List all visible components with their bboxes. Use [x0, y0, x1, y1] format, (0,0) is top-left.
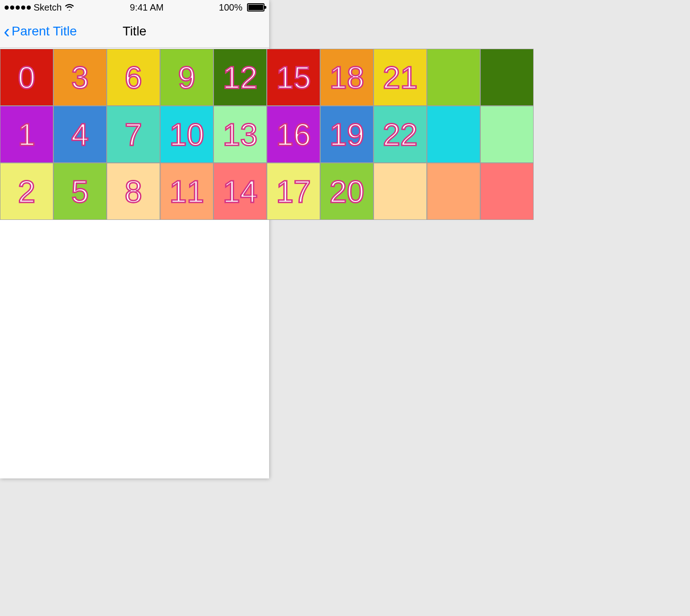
- grid-cell-label: 19: [329, 119, 364, 150]
- grid-cell[interactable]: 14: [213, 163, 267, 220]
- grid-cell-label: 6: [125, 62, 142, 93]
- grid-cell[interactable]: 1: [0, 106, 53, 163]
- grid-cell[interactable]: 7: [107, 106, 160, 163]
- grid-cell[interactable]: 2: [0, 163, 53, 220]
- battery-icon: [247, 3, 264, 12]
- grid-cell-label: 22: [383, 119, 418, 150]
- grid-cell-label: 2: [18, 176, 35, 207]
- grid-cell[interactable]: 9: [160, 49, 213, 106]
- navigation-bar: ‹ Parent Title Title: [0, 15, 269, 48]
- grid-cell-label: 8: [125, 176, 142, 207]
- grid-cell-label: 1: [18, 119, 35, 150]
- grid-cell-label: 21: [383, 62, 418, 93]
- status-bar: Sketch 9:41 AM 100%: [0, 0, 269, 15]
- grid-cell-label: 9: [178, 62, 196, 93]
- grid-cell[interactable]: 19: [320, 106, 374, 163]
- grid-cell[interactable]: 18: [320, 49, 374, 106]
- grid-cell-label: 0: [18, 62, 35, 93]
- grid-cell[interactable]: 3: [53, 49, 107, 106]
- grid-cell[interactable]: 22: [374, 106, 427, 163]
- grid-cell[interactable]: 15: [267, 49, 320, 106]
- chevron-left-icon: ‹: [4, 26, 10, 37]
- grid-cell-label: 17: [276, 176, 311, 207]
- wifi-icon: [64, 3, 75, 12]
- grid-cell[interactable]: 12: [213, 49, 267, 106]
- back-label: Parent Title: [12, 24, 77, 39]
- grid-cell[interactable]: 8: [107, 163, 160, 220]
- grid-cell[interactable]: 0: [0, 49, 53, 106]
- battery-percent: 100%: [219, 2, 242, 13]
- grid-cell[interactable]: 4: [53, 106, 107, 163]
- back-button[interactable]: ‹ Parent Title: [0, 24, 77, 39]
- grid-cell-label: 4: [71, 119, 89, 150]
- phone-content-blank: [0, 221, 269, 478]
- grid-cell-label: 5: [71, 176, 89, 207]
- grid-cell-label: 20: [329, 176, 364, 207]
- grid-cell-label: 18: [329, 62, 364, 93]
- grid-cell[interactable]: 5: [53, 163, 107, 220]
- cellular-dots-icon: [5, 6, 31, 10]
- grid-cell[interactable]: [480, 106, 534, 163]
- grid-cell-label: 12: [223, 62, 258, 93]
- collection-grid[interactable]: 012345678910111213141516171819202122: [0, 49, 535, 220]
- grid-cell-label: 10: [169, 119, 204, 150]
- grid-cell[interactable]: 21: [374, 49, 427, 106]
- grid-cell-label: 11: [169, 176, 204, 207]
- grid-cell[interactable]: [427, 163, 480, 220]
- grid-cell-label: 7: [125, 119, 142, 150]
- grid-cell[interactable]: 17: [267, 163, 320, 220]
- grid-cell-label: 14: [223, 176, 258, 207]
- grid-cell-label: 16: [276, 119, 311, 150]
- grid-cell[interactable]: [374, 163, 427, 220]
- grid-cell[interactable]: 13: [213, 106, 267, 163]
- carrier-label: Sketch: [34, 2, 62, 13]
- grid-cell[interactable]: 11: [160, 163, 213, 220]
- grid-cell[interactable]: 6: [107, 49, 160, 106]
- grid-cell[interactable]: 16: [267, 106, 320, 163]
- grid-cell-label: 3: [71, 62, 89, 93]
- grid-cell-label: 13: [223, 119, 258, 150]
- grid-cell-label: 15: [276, 62, 311, 93]
- status-time: 9:41 AM: [130, 2, 163, 13]
- grid-cell[interactable]: [427, 106, 480, 163]
- grid-cell[interactable]: [427, 49, 480, 106]
- grid-cell[interactable]: [480, 49, 534, 106]
- grid-cell[interactable]: [480, 163, 534, 220]
- grid-cell[interactable]: 10: [160, 106, 213, 163]
- grid-cell[interactable]: 20: [320, 163, 374, 220]
